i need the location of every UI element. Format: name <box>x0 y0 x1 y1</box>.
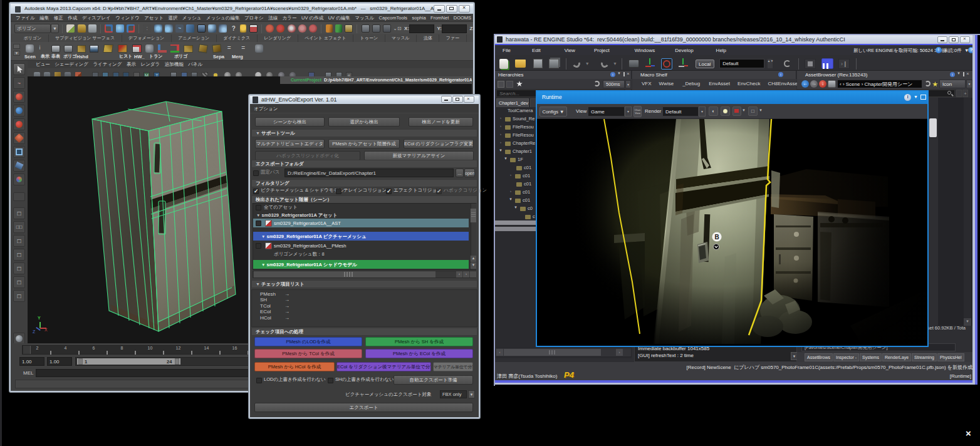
svg-text:B: B <box>714 234 719 241</box>
